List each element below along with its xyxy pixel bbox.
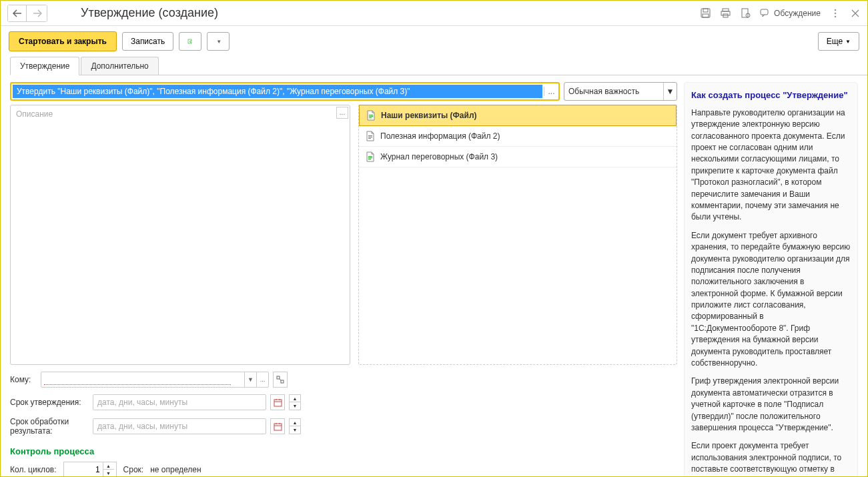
svg-rect-6 (742, 9, 748, 17)
svg-point-10 (835, 12, 837, 14)
calendar-icon[interactable] (270, 418, 285, 434)
template-button[interactable] (179, 32, 201, 51)
term-value: не определен (150, 465, 201, 474)
attach-button[interactable]: ▼ (207, 32, 230, 51)
help-paragraph: Гриф утверждения электронной версии доку… (691, 376, 851, 434)
nav-buttons (7, 5, 47, 22)
whom-input[interactable]: ▼ ... (41, 372, 269, 388)
svg-rect-21 (368, 159, 371, 159)
subject-input[interactable]: Утвердить "Наши реквизиты (Файл)", "Поле… (10, 82, 560, 101)
tab-approval[interactable]: Утверждение (10, 57, 79, 75)
subject-select-button[interactable]: ... (544, 87, 558, 96)
svg-rect-8 (761, 9, 768, 15)
file-label: Наши реквизиты (Файл) (381, 111, 477, 120)
svg-rect-2 (703, 14, 709, 17)
help-panel: Как создать процесс "Утверждение" Направ… (684, 82, 858, 477)
print-icon[interactable] (720, 8, 731, 19)
svg-rect-18 (368, 138, 371, 139)
result-deadline-input[interactable]: дата, дни, часы, минуты (93, 418, 266, 434)
importance-select[interactable]: Обычная важность ▼ (564, 82, 677, 101)
svg-rect-14 (369, 116, 373, 117)
svg-rect-23 (281, 380, 284, 383)
svg-point-9 (835, 9, 837, 11)
file-label: Полезная информация (Файл 2) (380, 131, 500, 141)
file-icon (366, 110, 376, 121)
start-and-close-button[interactable]: Стартовать и закрыть (9, 31, 117, 51)
chevron-down-icon[interactable]: ▼ (244, 372, 256, 387)
approval-deadline-input[interactable]: дата, дни, часы, минуты (93, 394, 266, 410)
svg-rect-3 (723, 9, 729, 11)
file-item[interactable]: Наши реквизиты (Файл) (359, 105, 677, 126)
back-button[interactable] (8, 5, 27, 21)
report-icon[interactable] (740, 8, 751, 19)
approval-deadline-label: Срок утверждения: (10, 398, 89, 407)
tab-additional[interactable]: Дополнительно (81, 57, 158, 75)
more-button[interactable]: Еще ▼ (818, 32, 859, 51)
cycles-input[interactable]: ▲ ▼ (63, 462, 117, 477)
svg-rect-16 (368, 135, 372, 136)
spinner-up[interactable]: ▲ (290, 395, 300, 402)
tabs: Утверждение Дополнительно (10, 57, 867, 75)
spinner-down[interactable]: ▼ (290, 402, 300, 410)
svg-rect-28 (274, 424, 282, 430)
file-item[interactable]: Журнал переговорных (Файл 3) (359, 147, 677, 167)
file-label: Журнал переговорных (Файл 3) (380, 152, 498, 161)
expand-button[interactable] (273, 372, 288, 388)
help-title: Как создать процесс "Утверждение" (691, 89, 851, 102)
svg-rect-19 (368, 156, 372, 157)
discuss-label: Обсуждение (774, 9, 821, 18)
description-placeholder: Описание (16, 109, 53, 119)
svg-rect-20 (368, 157, 372, 158)
discuss-button[interactable]: Обсуждение (760, 9, 821, 18)
process-control-header: Контроль процесса (10, 446, 677, 456)
file-icon (366, 131, 375, 141)
page-title: Утверждение (создание) (81, 6, 218, 20)
subject-text: Утвердить "Наши реквизиты (Файл)", "Поле… (13, 85, 542, 98)
whom-label: Кому: (10, 375, 37, 384)
svg-rect-24 (274, 400, 282, 406)
result-deadline-label: Срок обработки результата: (10, 417, 89, 436)
close-icon[interactable] (850, 8, 861, 19)
dots-button[interactable]: ... (256, 372, 268, 387)
description-textarea[interactable]: Описание ... (10, 105, 350, 365)
help-paragraph: Если проект документа требует использова… (691, 440, 851, 477)
calendar-icon[interactable] (270, 394, 285, 410)
help-paragraph: Направьте руководителю организации на ут… (691, 107, 851, 223)
description-expand-button[interactable]: ... (336, 107, 348, 119)
svg-point-11 (835, 15, 837, 17)
svg-rect-22 (277, 376, 280, 379)
forward-button[interactable] (28, 5, 47, 21)
spinner-down[interactable]: ▼ (103, 470, 114, 477)
svg-rect-15 (369, 117, 372, 118)
term-label: Срок: (123, 465, 144, 474)
file-item[interactable]: Полезная информация (Файл 2) (359, 126, 677, 147)
spinner-down[interactable]: ▼ (290, 426, 300, 434)
spinner-up[interactable]: ▲ (103, 462, 114, 470)
write-button[interactable]: Записать (122, 32, 173, 51)
file-list: Наши реквизиты (Файл) Полезная информаци… (358, 105, 677, 365)
save-icon[interactable] (700, 8, 711, 19)
svg-rect-13 (369, 115, 373, 115)
svg-rect-4 (721, 11, 730, 15)
kebab-icon[interactable] (830, 8, 841, 19)
chevron-down-icon[interactable]: ▼ (663, 83, 677, 100)
file-icon (366, 151, 375, 162)
svg-rect-17 (368, 137, 372, 137)
help-paragraph: Если документ требует архивного хранения… (691, 230, 851, 370)
cycles-label: Кол. циклов: (10, 465, 57, 474)
toolbar: Стартовать и закрыть Записать ▼ Еще ▼ (1, 26, 867, 57)
window-header: Утверждение (создание) Обсуждение (1, 1, 867, 26)
svg-rect-1 (703, 9, 708, 12)
spinner-up[interactable]: ▲ (290, 419, 300, 426)
